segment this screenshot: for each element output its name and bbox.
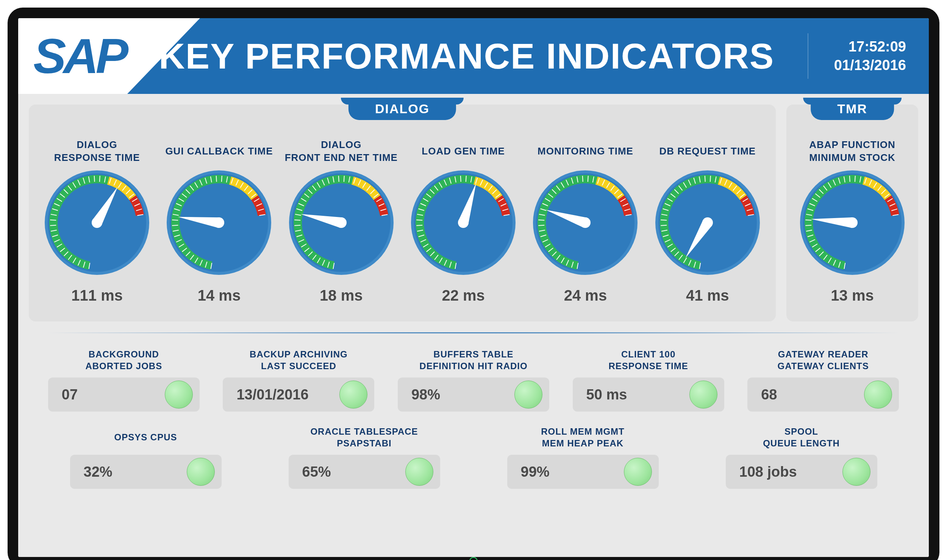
svg-line-218 <box>661 225 667 226</box>
svg-line-231 <box>705 176 705 182</box>
gauge-title: DB REQUEST TIME <box>659 138 756 165</box>
stat-value: 50 ms <box>586 387 627 403</box>
stat-item: BUFFERS TABLEDEFINITION HIT RADIO98% <box>398 348 549 412</box>
stat-title: ORACLE TABLESPACEPSAPSTABI <box>310 425 418 449</box>
stat-title: ROLL MEM MGMTMEM HEAP PEAK <box>541 425 625 449</box>
svg-line-95 <box>294 225 300 226</box>
tmr-panel-tab: TMR <box>811 98 894 120</box>
svg-line-26 <box>94 176 95 182</box>
svg-line-273 <box>855 176 855 182</box>
status-indicator-icon <box>339 381 367 409</box>
stat-pill: 108 jobs <box>726 455 877 489</box>
stat-value: 32% <box>84 464 113 480</box>
screen: SAP KEY PERFORMANCE INDICATORS 17:52:09 … <box>18 18 929 557</box>
stat-pill: 98% <box>398 377 549 412</box>
status-indicator-icon <box>689 381 717 409</box>
svg-line-13 <box>50 225 56 226</box>
dialog-panel-tab: DIALOG <box>348 98 456 120</box>
dialog-gauge-1: GUI CALLBACK TIME 14 ms <box>162 138 276 304</box>
svg-line-190 <box>583 176 583 182</box>
gauge-title: DIALOGRESPONSE TIME <box>54 138 140 165</box>
logo-text: SAP <box>18 28 125 84</box>
gauge-dial <box>44 170 150 276</box>
page-title: KEY PERFORMANCE INDICATORS <box>125 36 808 77</box>
stat-title: OPSYS CPUS <box>114 425 177 449</box>
svg-point-286 <box>847 217 858 228</box>
stat-pill: 07 <box>48 377 200 412</box>
stat-item: SPOOLQUEUE LENGTH108 jobs <box>726 425 877 489</box>
power-led-icon <box>469 557 478 560</box>
svg-point-40 <box>92 217 102 228</box>
gauge-title: MONITORING TIME <box>538 138 633 165</box>
header-date: 01/13/2016 <box>834 57 906 73</box>
stat-title: BACKUP ARCHIVINGLAST SUCCEED <box>250 348 348 372</box>
logo-block: SAP <box>18 18 125 94</box>
tmr-gauges: ABAP FUNCTIONMINIMUM STOCK 13 ms <box>795 138 909 304</box>
status-indicator-icon <box>624 458 652 486</box>
gauge-panels-row: DIALOG DIALOGRESPONSE TIME 111 msGUI CAL… <box>29 105 918 321</box>
svg-line-54 <box>172 225 178 226</box>
tmr-panel: TMR ABAP FUNCTIONMINIMUM STOCK 13 ms <box>786 105 918 321</box>
stat-value: 13/01/2016 <box>236 387 308 403</box>
stat-title: BACKGROUNDABORTED JOBS <box>85 348 162 372</box>
stat-pill: 99% <box>507 455 659 489</box>
stat-item: BACKGROUNDABORTED JOBS07 <box>48 348 200 412</box>
stat-pill: 50 ms <box>573 377 724 412</box>
svg-line-136 <box>416 225 422 226</box>
stat-pill: 68 <box>747 377 899 412</box>
svg-line-14 <box>50 220 56 220</box>
dashboard-body: DIALOG DIALOGRESPONSE TIME 111 msGUI CAL… <box>18 94 929 557</box>
stat-item: ROLL MEM MGMTMEM HEAP PEAK99% <box>507 425 659 489</box>
gauge-value: 14 ms <box>198 287 241 304</box>
stat-value: 99% <box>521 464 550 480</box>
svg-line-137 <box>416 220 422 220</box>
status-indicator-icon <box>165 381 193 409</box>
status-indicator-icon <box>864 381 892 409</box>
gauge-dial <box>410 170 516 276</box>
status-indicator-icon <box>842 458 870 486</box>
svg-line-150 <box>466 176 466 182</box>
svg-line-149 <box>461 176 461 182</box>
gauge-value: 24 ms <box>564 287 607 304</box>
dialog-gauge-0: DIALOGRESPONSE TIME 111 ms <box>40 138 154 304</box>
gauge-value: 22 ms <box>442 287 484 304</box>
stat-value: 98% <box>411 387 440 403</box>
status-indicator-icon <box>405 458 433 486</box>
gauge-dial <box>655 170 761 276</box>
svg-line-109 <box>344 176 344 182</box>
stat-value: 07 <box>62 387 78 403</box>
gauge-value: 13 ms <box>831 287 874 304</box>
dialog-gauge-3: LOAD GEN TIME 22 ms <box>406 138 520 304</box>
stats-section: BACKGROUNDABORTED JOBS07BACKUP ARCHIVING… <box>29 344 918 489</box>
stats-row-2: OPSYS CPUS32%ORACLE TABLESPACEPSAPSTABI6… <box>44 425 903 489</box>
svg-point-122 <box>336 217 347 228</box>
svg-line-67 <box>216 176 217 182</box>
stat-item: CLIENT 100RESPONSE TIME50 ms <box>573 348 724 412</box>
svg-line-259 <box>805 225 811 226</box>
gauge-dial <box>288 170 394 276</box>
section-divider <box>29 332 918 334</box>
svg-line-177 <box>539 225 545 226</box>
svg-line-108 <box>339 176 339 182</box>
svg-line-96 <box>294 220 300 220</box>
stat-title: CLIENT 100RESPONSE TIME <box>608 348 688 372</box>
header-time: 17:52:09 <box>849 39 906 55</box>
header-timestamp: 17:52:09 01/13/2016 <box>808 33 929 79</box>
svg-line-232 <box>710 176 711 182</box>
svg-line-27 <box>100 176 100 182</box>
gauge-value: 41 ms <box>686 287 729 304</box>
gauge-value: 18 ms <box>320 287 363 304</box>
status-indicator-icon <box>187 458 215 486</box>
stat-pill: 13/01/2016 <box>223 377 374 412</box>
gauge-dial <box>532 170 638 276</box>
stat-item: GATEWAY READERGATEWAY CLIENTS68 <box>747 348 899 412</box>
header-bar: SAP KEY PERFORMANCE INDICATORS 17:52:09 … <box>18 18 929 94</box>
gauge-dial <box>799 170 905 276</box>
dialog-gauge-2: DIALOGFRONT END NET TIME 18 ms <box>284 138 398 304</box>
gauge-title: ABAP FUNCTIONMINIMUM STOCK <box>809 138 895 165</box>
stat-value: 68 <box>761 387 777 403</box>
stats-row-1: BACKGROUNDABORTED JOBS07BACKUP ARCHIVING… <box>44 348 903 412</box>
dialog-gauge-4: MONITORING TIME 24 ms <box>528 138 642 304</box>
svg-line-191 <box>588 176 588 182</box>
stat-title: BUFFERS TABLEDEFINITION HIT RADIO <box>419 348 527 372</box>
